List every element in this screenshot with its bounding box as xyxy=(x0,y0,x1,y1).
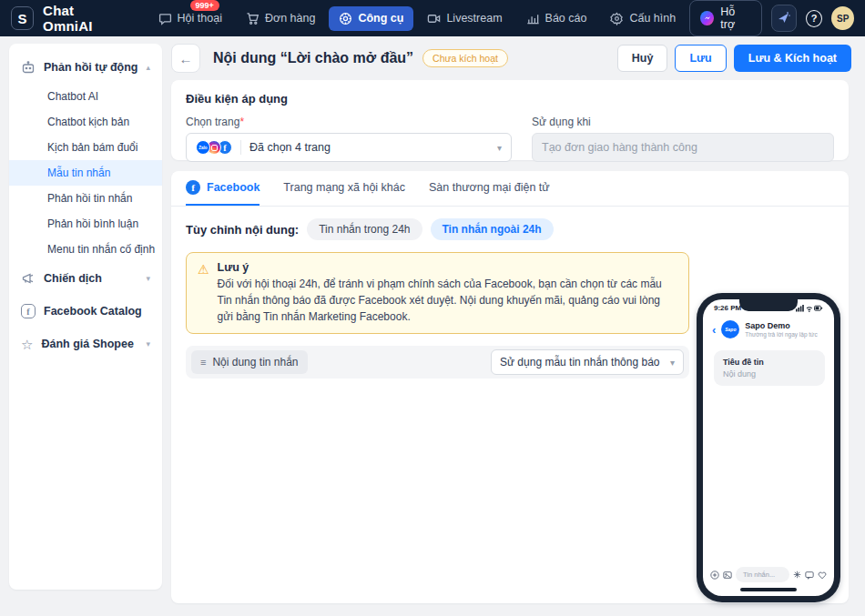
phone-time: 9:26 PM xyxy=(714,304,741,312)
top-navbar: S Chat OmniAI Hội thoại 999+ Đơn hàng Cô… xyxy=(0,0,865,36)
cancel-button[interactable]: Huỷ xyxy=(617,45,668,72)
chevron-down-icon: ▾ xyxy=(670,358,675,368)
customize-label: Tùy chỉnh nội dung: xyxy=(186,223,299,237)
usage-input: Tạo đơn giao hàng thành công xyxy=(532,133,834,162)
chat-bubble-icon xyxy=(158,12,172,25)
sticker-icon[interactable] xyxy=(793,571,801,579)
warning-icon: ⚠ xyxy=(198,261,209,325)
campaign-sender-button[interactable] xyxy=(771,5,798,32)
page-select[interactable]: Zalo f Đã chọn 4 trang ▾ xyxy=(186,133,512,162)
support-label: Hỗ trợ xyxy=(720,5,750,31)
sidebar-item-chatbot-script[interactable]: Chatbot kịch bản xyxy=(9,109,162,135)
message-chip-label: Nội dung tin nhắn xyxy=(212,356,298,369)
status-badge: Chưa kích hoạt xyxy=(422,49,508,67)
template-type-select[interactable]: Sử dụng mẫu tin nhắn thông báo ▾ xyxy=(491,349,684,375)
page-header: ← Nội dung “Lời chào mở đầu” Chưa kích h… xyxy=(171,43,851,74)
messenger-icon xyxy=(700,11,714,25)
support-button[interactable]: Hỗ trợ xyxy=(689,0,761,36)
sidebar-section-label: Đánh giá Shopee xyxy=(41,338,137,350)
divider xyxy=(240,140,241,155)
bar-chart-icon xyxy=(526,12,540,25)
tools-icon xyxy=(339,12,352,25)
comment-icon[interactable] xyxy=(805,571,814,580)
nav-item-conversations[interactable]: Hội thoại 999+ xyxy=(148,6,232,31)
nav-item-label: Công cụ xyxy=(358,12,403,25)
chevron-down-icon: ▾ xyxy=(146,339,150,348)
tab-other-social[interactable]: Trang mạng xã hội khác xyxy=(283,171,405,206)
chevron-left-icon[interactable]: ‹ xyxy=(712,324,716,336)
tab-label: Trang mạng xã hội khác xyxy=(283,181,405,194)
photo-icon[interactable] xyxy=(723,571,732,580)
message-title: Tiêu đề tin xyxy=(723,358,816,367)
phone-input-bar: Tin nhắn... xyxy=(710,567,827,582)
save-activate-button[interactable]: Lưu & Kích hoạt xyxy=(734,45,851,72)
phone-screen: 9:26 PM ‹ Sapo Sapo Demo Thường trả lời … xyxy=(703,299,834,596)
star-icon: ☆ xyxy=(21,338,33,351)
pill-within-24h[interactable]: Tin nhắn trong 24h xyxy=(307,218,422,240)
back-button[interactable]: ← xyxy=(171,44,200,73)
page-title: Nội dung “Lời chào mở đầu” xyxy=(213,50,413,66)
nav-item-reports[interactable]: Báo cáo xyxy=(516,6,597,31)
video-camera-icon xyxy=(427,12,441,25)
warning-banner: ⚠ Lưu ý Đối với hội thoại 24h, để tránh … xyxy=(186,252,689,334)
sapo-logo-icon[interactable]: S xyxy=(11,6,34,30)
zalo-icon: Zalo xyxy=(196,140,210,155)
sidebar-section-campaigns[interactable]: Chiến dịch ▾ xyxy=(9,262,162,295)
facebook-icon: f xyxy=(186,180,200,195)
brand: S Chat OmniAI xyxy=(11,3,125,34)
user-avatar[interactable]: SP xyxy=(831,6,854,30)
phone-notch xyxy=(739,299,798,311)
sidebar-item-message-templates[interactable]: Mẫu tin nhắn xyxy=(9,160,162,186)
sidebar-section-shopee-reviews[interactable]: ☆ Đánh giá Shopee ▾ xyxy=(9,328,162,360)
message-content-chip[interactable]: ≡ Nội dung tin nhắn xyxy=(191,350,308,374)
home-indicator[interactable] xyxy=(740,588,797,591)
sidebar-item-message-reply[interactable]: Phản hồi tin nhắn xyxy=(9,186,162,211)
chevron-down-icon: ▾ xyxy=(146,274,150,283)
paper-plane-icon xyxy=(777,11,791,25)
sidebar-section-label: Facebook Catalog xyxy=(44,305,150,318)
sidebar-item-persistent-menu[interactable]: Menu tin nhắn cố định xyxy=(9,237,162,262)
gear-icon xyxy=(610,12,624,25)
nav-item-label: Báo cáo xyxy=(545,12,587,25)
save-button[interactable]: Lưu xyxy=(675,45,726,72)
channel-icons: Zalo f xyxy=(196,140,232,155)
tab-facebook[interactable]: f Facebook xyxy=(186,171,260,206)
page-select-value: Đã chọn 4 trang xyxy=(249,141,497,154)
robot-icon xyxy=(21,60,36,75)
contact-status: Thường trả lời ngay lập tức xyxy=(745,331,817,338)
sidebar-item-chatbot-ai[interactable]: Chatbot AI xyxy=(9,84,162,109)
sidebar-item-follow-script[interactable]: Kịch bản bám đuổi xyxy=(9,135,162,160)
page-select-label: Chọn trang* xyxy=(186,116,512,128)
chevron-up-icon: ▴ xyxy=(146,63,150,72)
navbar-right: Hỗ trợ ? SP xyxy=(689,0,854,36)
sapo-avatar: Sapo xyxy=(721,320,739,338)
chevron-down-icon: ▾ xyxy=(497,143,502,153)
message-body: Nội dung xyxy=(723,369,816,379)
nav-item-label: Livestream xyxy=(446,12,502,25)
sidebar-item-comment-reply[interactable]: Phản hồi bình luận xyxy=(9,211,162,237)
megaphone-icon xyxy=(21,271,36,286)
nav-item-label: Cấu hình xyxy=(629,12,676,25)
nav-item-orders[interactable]: Đơn hàng xyxy=(236,6,325,31)
channel-tabs: f Facebook Trang mạng xã hội khác Sàn th… xyxy=(171,171,849,207)
tab-label: Facebook xyxy=(207,181,260,194)
phone-message-input[interactable]: Tin nhắn... xyxy=(736,567,789,582)
help-button[interactable]: ? xyxy=(806,10,822,27)
plus-circle-icon[interactable] xyxy=(710,571,719,580)
drag-handle-icon: ≡ xyxy=(200,357,206,368)
message-content-row: ≡ Nội dung tin nhắn Sử dụng mẫu tin nhắn… xyxy=(186,346,689,379)
template-type-value: Sử dụng mẫu tin nhắn thông báo xyxy=(500,356,670,369)
sidebar-section-auto-reply[interactable]: Phản hồi tự động ▴ xyxy=(9,51,162,84)
phone-preview: 9:26 PM ‹ Sapo Sapo Demo Thường trả lời … xyxy=(697,293,840,602)
nav-item-tools[interactable]: Công cụ xyxy=(329,6,413,31)
sidebar: Phản hồi tự động ▴ Chatbot AI Chatbot kị… xyxy=(9,44,162,590)
contact-name: Sapo Demo xyxy=(745,321,817,330)
nav-item-settings[interactable]: Cấu hình xyxy=(600,6,686,31)
status-icons xyxy=(796,304,823,312)
nav-item-livestream[interactable]: Livestream xyxy=(417,6,512,31)
heart-icon[interactable] xyxy=(818,571,827,580)
unread-count-badge: 999+ xyxy=(190,0,219,11)
tab-ecommerce[interactable]: Sàn thương mại điện tử xyxy=(429,171,550,206)
sidebar-section-facebook-catalog[interactable]: f Facebook Catalog xyxy=(9,295,162,328)
pill-outside-24h[interactable]: Tin nhắn ngoài 24h xyxy=(431,218,554,240)
